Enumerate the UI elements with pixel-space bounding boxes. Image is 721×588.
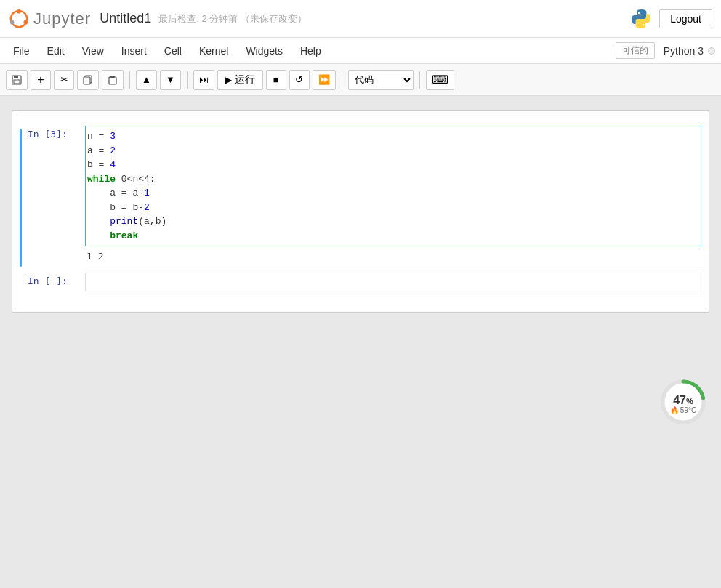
code-op-lt4: <4:: [138, 174, 155, 185]
step-icon: ⏭: [199, 74, 209, 85]
code-line-7: print(a,b): [87, 214, 699, 229]
code-var-b: b: [87, 159, 93, 170]
run-label: 运行: [235, 73, 255, 86]
code-op-paren2: ): [161, 216, 166, 227]
paste-button[interactable]: [102, 70, 124, 90]
code-indent-break: [87, 230, 110, 241]
navbar-right: Logout: [630, 8, 712, 30]
svg-point-5: [643, 23, 644, 25]
menu-view[interactable]: View: [75, 42, 111, 60]
code-num-1: 1: [144, 188, 150, 198]
run-icon: ▶: [225, 75, 232, 85]
save-button[interactable]: [6, 70, 28, 90]
code-op-3: =: [93, 159, 110, 170]
code-num-2: 2: [110, 145, 116, 156]
code-op-1: =: [93, 131, 110, 142]
stop-icon: ■: [273, 74, 279, 85]
menu-kernel[interactable]: Kernel: [192, 42, 235, 60]
cell-1-output: 1 2: [85, 246, 701, 267]
flame-icon: 🔥: [670, 406, 679, 414]
menu-file[interactable]: File: [6, 42, 37, 60]
interrupt-button[interactable]: ■: [266, 70, 286, 90]
arrow-down-icon: ▼: [166, 74, 175, 85]
kernel-status: Python 3: [664, 45, 715, 57]
menu-widgets[interactable]: Widgets: [238, 42, 290, 60]
main-content: In [3]: n = 3 a = 2 b = 4: [0, 96, 721, 588]
code-var-a: a: [87, 145, 93, 156]
cell-1-content[interactable]: n = 3 a = 2 b = 4 while 0<n<4:: [85, 126, 701, 267]
svg-rect-7: [14, 76, 18, 78]
notebook-container: In [3]: n = 3 a = 2 b = 4: [12, 110, 709, 313]
code-line-4: while 0<n<4:: [87, 172, 699, 187]
copy-icon: [83, 75, 93, 85]
temp-celsius-text: 🔥 59°C: [670, 406, 696, 414]
move-down-button[interactable]: ▼: [160, 70, 181, 90]
code-indent-print: [87, 216, 110, 227]
menu-insert[interactable]: Insert: [114, 42, 154, 60]
restart-run-all-button[interactable]: ⏩: [313, 70, 336, 90]
code-line-2: a = 2: [87, 144, 699, 158]
save-status: 最后检查: 2 分钟前 （未保存改变）: [158, 12, 307, 25]
notebook-title[interactable]: Untitled1: [100, 11, 151, 26]
fast-forward-icon: ⏩: [318, 74, 330, 85]
empty-code-editor[interactable]: [85, 273, 701, 291]
move-up-button[interactable]: ▲: [136, 70, 157, 90]
cell-1-left: In [3]:: [20, 126, 85, 267]
keyboard-icon: ⌨: [432, 73, 448, 86]
cell-1: In [3]: n = 3 a = 2 b = 4: [20, 126, 701, 267]
code-var-n: n: [87, 131, 93, 142]
code-num-3: 3: [110, 131, 116, 142]
run-button[interactable]: ▶ 运行: [217, 70, 263, 90]
logo-area: Jupyter: [9, 9, 91, 29]
toolbar-divider-2: [187, 71, 188, 89]
menubar: File Edit View Insert Cell Kernel Widget…: [0, 38, 721, 64]
cell-1-prompt: In [3]:: [28, 129, 68, 140]
code-op-minus1: -: [138, 188, 144, 198]
cut-button[interactable]: ✂: [54, 70, 74, 90]
cell-2-prompt: In [ ]:: [28, 275, 68, 286]
code-op-a: =: [116, 188, 132, 198]
add-cell-above-button[interactable]: +: [31, 70, 51, 90]
code-num-4: 4: [110, 159, 116, 170]
svg-rect-12: [110, 76, 115, 78]
code-kw-break: break: [110, 230, 138, 241]
code-line-1: n = 3: [87, 129, 699, 144]
code-op-paren1: (: [138, 216, 144, 227]
menu-edit[interactable]: Edit: [40, 42, 72, 60]
kernel-name: Python 3: [664, 45, 704, 57]
cell-2-left: In [ ]:: [20, 273, 85, 291]
copy-button[interactable]: [77, 70, 99, 90]
cell-2: In [ ]:: [20, 273, 701, 291]
code-var-a3: a: [144, 216, 150, 227]
toolbar: + ✂ ▲ ▼ ⏭ ▶ 运行 ■ ↺: [0, 64, 721, 96]
code-num-2b: 2: [144, 202, 150, 213]
run-step-button[interactable]: ⏭: [193, 70, 214, 90]
temperature-widget: 47% 🔥 59°C: [657, 376, 709, 428]
code-line-3: b = 4: [87, 158, 699, 172]
svg-point-2: [24, 20, 28, 24]
code-op-while: 0<: [116, 174, 132, 185]
code-editor[interactable]: n = 3 a = 2 b = 4 while 0<n<4:: [85, 126, 701, 246]
cell-type-select[interactable]: 代码 Markdown 原始文本 标题: [348, 70, 414, 90]
keyboard-shortcuts-button[interactable]: ⌨: [426, 70, 454, 90]
jupyter-brand-text: Jupyter: [33, 9, 91, 28]
paste-icon: [108, 75, 118, 85]
logout-button[interactable]: Logout: [659, 9, 712, 28]
top-navbar: Jupyter Untitled1 最后检查: 2 分钟前 （未保存改变） Lo…: [0, 0, 721, 38]
cell-2-content[interactable]: [85, 273, 701, 291]
code-op-2: =: [93, 145, 110, 156]
code-op-b: =: [116, 202, 132, 213]
save-icon: [12, 75, 22, 85]
code-func-print: print: [110, 216, 138, 227]
svg-point-3: [10, 20, 15, 24]
menu-help[interactable]: Help: [293, 42, 329, 60]
code-line-6: b = b-2: [87, 201, 699, 215]
svg-rect-11: [109, 77, 116, 84]
cut-icon: ✂: [60, 74, 68, 85]
code-indent-b: b: [87, 202, 116, 213]
code-op-comma: ,: [150, 216, 156, 227]
svg-point-1: [17, 9, 21, 13]
menu-cell[interactable]: Cell: [157, 42, 189, 60]
temp-value: 59°C: [680, 406, 696, 414]
restart-button[interactable]: ↺: [289, 70, 310, 90]
